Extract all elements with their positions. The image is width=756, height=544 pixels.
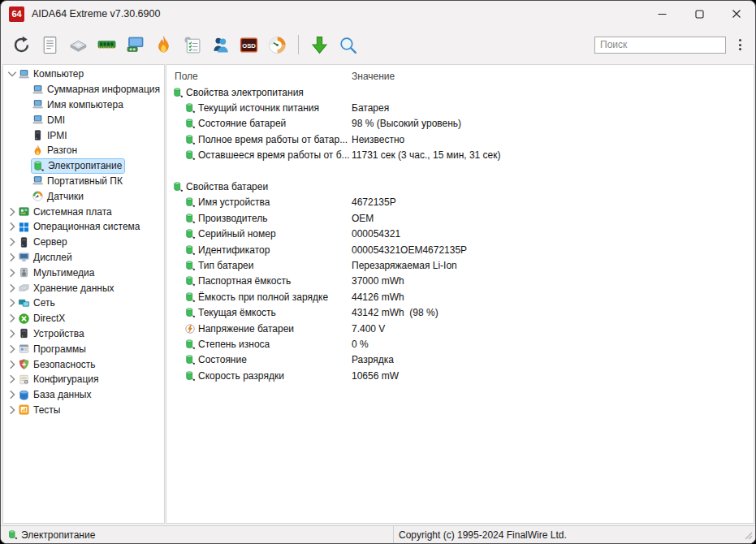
property-row[interactable]: Оставшееся время работы от б...11731 сек…: [172, 148, 754, 163]
property-row[interactable]: Тип батареиПерезаряжаемая Li-Ion: [172, 257, 754, 273]
column-header-value[interactable]: Значение: [352, 71, 754, 82]
property-row[interactable]: Серийный номер000054321: [172, 227, 754, 242]
sidebar-item-label: Разгон: [47, 145, 77, 156]
sidebar-item-10[interactable]: Операционная система: [3, 219, 164, 235]
sidebar-item-8[interactable]: Датчики: [3, 188, 164, 204]
sidebar-item-1[interactable]: Суммарная информация: [3, 82, 164, 97]
close-icon: [732, 9, 741, 19]
sensor-button[interactable]: [265, 32, 290, 58]
sidebar-item-0[interactable]: Компьютер: [3, 67, 164, 82]
chevron-right-icon[interactable]: [6, 297, 18, 309]
burn-button[interactable]: [151, 32, 176, 58]
close-button[interactable]: [718, 1, 755, 27]
sidebar-item-4[interactable]: IPMI: [3, 127, 164, 143]
svg-text:OSD: OSD: [242, 42, 256, 50]
field-value: 7.400 V: [352, 323, 754, 335]
field-label: Серийный номер: [198, 228, 276, 240]
search-input[interactable]: [594, 37, 726, 54]
property-row[interactable]: Скорость разрядки10656 mW: [172, 368, 754, 383]
property-row[interactable]: Полное время работы от батар...Неизвестн…: [172, 132, 754, 147]
chevron-right-icon[interactable]: [6, 283, 18, 294]
chevron-right-icon[interactable]: [6, 267, 18, 278]
sidebar-item-16[interactable]: DirectX: [3, 311, 164, 326]
property-row[interactable]: Текущий источник питанияБатарея: [172, 100, 754, 115]
sidebar-item-19[interactable]: Безопасность: [3, 356, 164, 372]
property-row[interactable]: СостояниеРазрядка: [172, 352, 754, 368]
minimize-button[interactable]: [643, 1, 680, 27]
battery-icon: [7, 529, 18, 540]
report-icon: [40, 35, 60, 55]
toolbar: OSD: [1, 27, 755, 63]
osd-button[interactable]: OSD: [236, 32, 261, 58]
chevron-right-icon[interactable]: [6, 236, 18, 248]
battery-icon: [184, 244, 196, 256]
refresh-button[interactable]: [9, 32, 34, 58]
preferences-button[interactable]: [179, 32, 205, 58]
toolbar-separator: [298, 35, 299, 54]
sidebar-item-label: Портативный ПК: [47, 175, 123, 187]
sidebar-item-20[interactable]: Конфигурация: [3, 372, 164, 387]
column-header-field[interactable]: Поле: [172, 71, 352, 82]
cpu-button[interactable]: [66, 32, 91, 58]
sidebar-item-14[interactable]: Хранение данных: [3, 280, 164, 296]
chevron-right-icon[interactable]: [6, 252, 18, 263]
chevron-right-icon[interactable]: [6, 206, 18, 218]
sidebar-item-2[interactable]: Имя компьютера: [3, 97, 164, 113]
sidebar-item-12[interactable]: Дисплей: [3, 250, 164, 266]
chevron-down-icon[interactable]: [6, 68, 18, 80]
battery-icon: [172, 87, 184, 98]
chevron-right-icon[interactable]: [6, 373, 18, 385]
property-row[interactable]: Состояние батарей98 % (Высокий уровень): [172, 116, 754, 132]
sidebar-item-label: База данных: [33, 389, 91, 400]
sidebar-item-15[interactable]: Сеть: [3, 296, 164, 311]
battery-icon: [32, 160, 45, 172]
sidebar-item-21[interactable]: База данных: [3, 387, 164, 403]
section-header-row[interactable]: Свойства электропитания: [172, 84, 754, 100]
field-label: Состояние батарей: [198, 118, 286, 129]
find-button[interactable]: [335, 32, 361, 58]
chevron-right-icon[interactable]: [6, 328, 18, 339]
chevron-right-icon[interactable]: [6, 359, 18, 370]
maximize-button[interactable]: [680, 1, 718, 27]
sidebar-item-5[interactable]: Разгон: [3, 143, 164, 158]
sidebar-item-9[interactable]: Системная плата: [3, 204, 164, 219]
property-row[interactable]: Ёмкость при полной зарядке44126 mWh: [172, 289, 754, 304]
property-row[interactable]: Степень износа0 %: [172, 336, 754, 352]
sidebar-item-7[interactable]: Портативный ПК: [3, 174, 164, 189]
battery-icon: [184, 260, 196, 271]
sidebar-item-22[interactable]: Тесты: [3, 403, 164, 418]
video-button[interactable]: [123, 32, 148, 58]
chevron-right-icon[interactable]: [6, 389, 18, 400]
property-row[interactable]: Напряжение батареи7.400 V: [172, 321, 754, 336]
sidebar-item-3[interactable]: DMI: [3, 112, 164, 127]
property-row[interactable]: Идентификатор000054321OEM4672135P: [172, 242, 754, 257]
report-button[interactable]: [37, 32, 63, 58]
property-row[interactable]: Имя устройства4672135P: [172, 195, 754, 210]
app-logo-icon: 64: [9, 6, 24, 22]
property-row[interactable]: Паспортная ёмкость37000 mWh: [172, 274, 754, 289]
update-button[interactable]: [307, 32, 332, 58]
sidebar-item-17[interactable]: Устройства: [3, 326, 164, 342]
field-value: 43142 mWh (98 %): [352, 307, 754, 318]
chevron-right-icon[interactable]: [6, 343, 18, 355]
chevron-right-icon[interactable]: [6, 404, 18, 416]
sidebar-item-label: Имя компьютера: [47, 99, 123, 110]
more-options-button[interactable]: [731, 33, 749, 56]
users-button[interactable]: [208, 32, 233, 58]
preferences-icon: [182, 35, 202, 55]
property-row[interactable]: Текущая ёмкость43142 mWh (98 %): [172, 304, 754, 320]
copyright-text: Copyright (c) 1995-2024 FinalWire Ltd.: [394, 529, 742, 541]
memory-button[interactable]: [94, 32, 119, 58]
sidebar-item-power[interactable]: Электропитание: [3, 158, 164, 174]
sidebar-item-11[interactable]: Сервер: [3, 235, 164, 250]
chevron-right-icon[interactable]: [6, 313, 18, 324]
gauge-icon: [32, 190, 44, 202]
computer-icon: [32, 98, 44, 110]
resize-grip[interactable]: [742, 529, 754, 541]
chevron-right-icon[interactable]: [6, 221, 18, 232]
sidebar-item-13[interactable]: Мультимедиа: [3, 265, 164, 280]
section-header-row[interactable]: Свойства батареи: [172, 179, 754, 194]
sidebar-item-18[interactable]: Программы: [3, 341, 164, 356]
property-row[interactable]: ПроизводительOEM: [172, 210, 754, 226]
field-value: 37000 mWh: [352, 275, 754, 287]
